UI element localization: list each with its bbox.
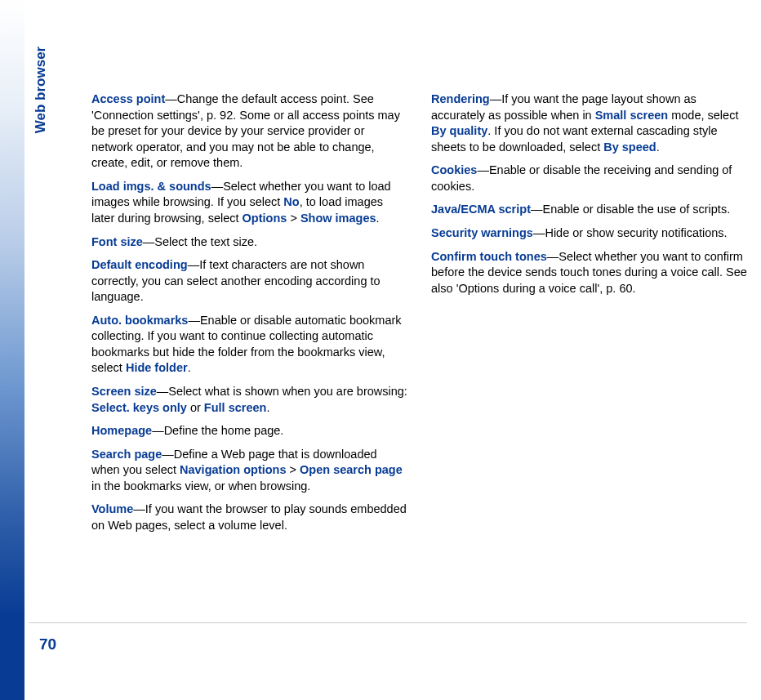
desc: —Select the text size. <box>143 235 257 248</box>
term: Java/ECMA script <box>431 203 531 216</box>
setting-default-encoding: Default encoding—If text characters are … <box>91 257 408 305</box>
sidebar: Web browser 70 <box>0 0 82 700</box>
option: No <box>283 195 299 208</box>
main-content: Access point—Change the default access p… <box>91 91 748 542</box>
setting-security-warnings: Security warnings—Hide or show security … <box>431 225 748 242</box>
sep: > <box>287 212 300 225</box>
section-title: Web browser <box>33 41 49 139</box>
term: Homepage <box>91 424 152 437</box>
term: Access point <box>91 92 165 105</box>
option: Full screen <box>204 401 267 414</box>
term: Security warnings <box>431 226 533 239</box>
desc: mode, select <box>668 109 738 122</box>
sep: > <box>287 463 300 476</box>
setting-volume: Volume—If you want the browser to play s… <box>91 502 408 533</box>
setting-load-imgs-sounds: Load imgs. & sounds—Select whether you w… <box>91 179 408 227</box>
setting-confirm-touch-tones: Confirm touch tones—Select whether you w… <box>431 249 748 297</box>
term: Default encoding <box>91 258 188 271</box>
desc: —Enable or disable the receiving and sen… <box>431 163 732 193</box>
setting-rendering: Rendering—If you want the page layout sh… <box>431 91 748 155</box>
setting-search-page: Search page—Define a Web page that is do… <box>91 447 408 495</box>
setting-auto-bookmarks: Auto. bookmarks—Enable or disable automa… <box>91 313 408 377</box>
footer-divider <box>29 622 747 623</box>
term: Confirm touch tones <box>431 250 547 263</box>
desc: —If you want the browser to play sounds … <box>91 502 407 532</box>
option: Show images <box>300 212 376 225</box>
term: Rendering <box>431 92 490 105</box>
option: By speed <box>603 140 656 154</box>
setting-font-size: Font size—Select the text size. <box>91 234 408 251</box>
setting-access-point: Access point—Change the default access p… <box>91 91 408 172</box>
page-number: 70 <box>39 635 56 653</box>
term: Search page <box>91 448 162 461</box>
setting-cookies: Cookies—Enable or disable the receiving … <box>431 163 748 194</box>
option: Select. keys only <box>91 401 187 414</box>
desc: . <box>656 140 660 154</box>
option: Small screen <box>595 109 668 122</box>
term: Cookies <box>431 163 477 176</box>
desc: or <box>187 401 204 414</box>
option: Open search page <box>300 463 403 476</box>
term: Volume <box>91 502 133 515</box>
setting-screen-size: Screen size—Select what is shown when yo… <box>91 384 408 416</box>
desc: —Define the home page. <box>152 424 283 437</box>
term: Auto. bookmarks <box>91 314 188 327</box>
option: Options <box>243 212 287 225</box>
desc: in the bookmarks view, or when browsing. <box>91 479 310 493</box>
desc: . <box>376 212 380 225</box>
setting-java-ecma: Java/ECMA script—Enable or disable the u… <box>431 202 748 218</box>
sidebar-gradient <box>0 0 24 700</box>
column-left: Access point—Change the default access p… <box>91 91 408 542</box>
option: Navigation options <box>180 463 287 476</box>
column-right: Rendering—If you want the page layout sh… <box>431 91 748 542</box>
desc: . <box>266 401 269 414</box>
term: Load imgs. & sounds <box>91 180 211 193</box>
option: By quality <box>431 124 487 137</box>
term: Font size <box>91 235 143 248</box>
setting-homepage: Homepage—Define the home page. <box>91 423 408 439</box>
option: Hide folder <box>126 361 188 374</box>
term: Screen size <box>91 385 157 398</box>
desc: —Hide or show security notifications. <box>533 226 728 239</box>
desc: —Select what is shown when you are brows… <box>157 385 407 398</box>
desc: —Enable or disable the use of scripts. <box>531 203 730 216</box>
desc: . <box>188 361 191 374</box>
